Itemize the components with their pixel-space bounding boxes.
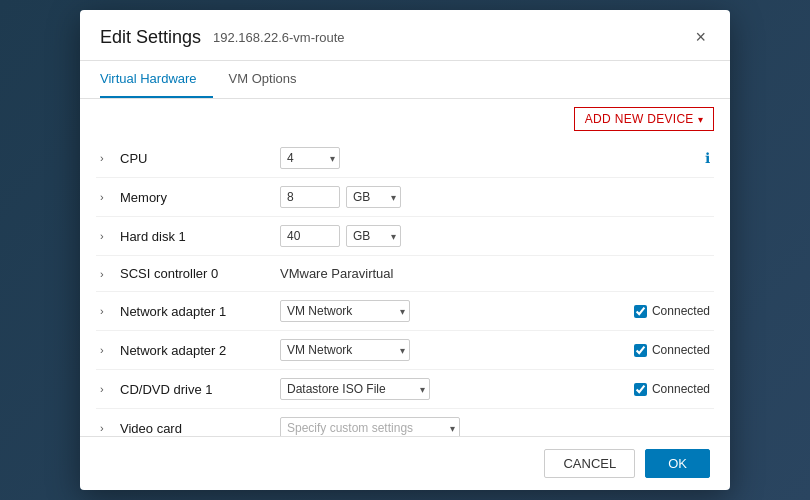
video-card-row: › Video card Specify custom settings bbox=[96, 409, 714, 436]
network-2-connected-wrap: Connected bbox=[634, 343, 710, 357]
cpu-extra: ℹ bbox=[705, 150, 710, 166]
network-1-connected-checkbox[interactable] bbox=[634, 305, 647, 318]
hard-disk-expander[interactable]: › bbox=[100, 230, 120, 242]
network-2-value-area: VM Network VMnet1 VMnet2 bbox=[280, 339, 634, 361]
memory-label: Memory bbox=[120, 190, 280, 205]
scsi-value: VMware Paravirtual bbox=[280, 266, 393, 281]
cdvd-label: CD/DVD drive 1 bbox=[120, 382, 280, 397]
network-1-row: › Network adapter 1 VM Network VMnet1 VM… bbox=[96, 292, 714, 331]
memory-row: › Memory GB MB bbox=[96, 178, 714, 217]
network-1-select-wrap: VM Network VMnet1 VMnet2 bbox=[280, 300, 410, 322]
modal-toolbar: ADD NEW DEVICE ▾ bbox=[80, 99, 730, 139]
network-2-select[interactable]: VM Network VMnet1 VMnet2 bbox=[280, 339, 410, 361]
network-2-row: › Network adapter 2 VM Network VMnet1 VM… bbox=[96, 331, 714, 370]
cpu-select[interactable]: 4 1 2 8 bbox=[280, 147, 340, 169]
cpu-label: CPU bbox=[120, 151, 280, 166]
add-new-device-button[interactable]: ADD NEW DEVICE ▾ bbox=[574, 107, 714, 131]
network-2-select-wrap: VM Network VMnet1 VMnet2 bbox=[280, 339, 410, 361]
scsi-expander[interactable]: › bbox=[100, 268, 120, 280]
cancel-button[interactable]: CANCEL bbox=[544, 449, 635, 478]
close-button[interactable]: × bbox=[691, 26, 710, 48]
memory-input[interactable] bbox=[280, 186, 340, 208]
network-1-connected-wrap: Connected bbox=[634, 304, 710, 318]
tab-vm-options[interactable]: VM Options bbox=[229, 61, 313, 98]
modal-title: Edit Settings bbox=[100, 27, 201, 48]
video-card-select[interactable]: Specify custom settings bbox=[280, 417, 460, 436]
modal-header: Edit Settings 192.168.22.6-vm-route × bbox=[80, 10, 730, 61]
video-card-value-area: Specify custom settings bbox=[280, 417, 710, 436]
video-card-expander[interactable]: › bbox=[100, 422, 120, 434]
ok-button[interactable]: OK bbox=[645, 449, 710, 478]
network-1-connected-label: Connected bbox=[652, 304, 710, 318]
memory-unit-select[interactable]: GB MB bbox=[346, 186, 401, 208]
cdvd-expander[interactable]: › bbox=[100, 383, 120, 395]
edit-settings-modal: Edit Settings 192.168.22.6-vm-route × Vi… bbox=[80, 10, 730, 490]
video-card-select-wrap: Specify custom settings bbox=[280, 417, 460, 436]
cdvd-row: › CD/DVD drive 1 Datastore ISO File Host… bbox=[96, 370, 714, 409]
cpu-select-wrap: 4 1 2 8 bbox=[280, 147, 340, 169]
network-1-select[interactable]: VM Network VMnet1 VMnet2 bbox=[280, 300, 410, 322]
scsi-row: › SCSI controller 0 VMware Paravirtual bbox=[96, 256, 714, 292]
memory-unit-wrap: GB MB bbox=[346, 186, 401, 208]
memory-value-area: GB MB bbox=[280, 186, 710, 208]
cdvd-select[interactable]: Datastore ISO File Host Device Client De… bbox=[280, 378, 430, 400]
cdvd-connected-wrap: Connected bbox=[634, 382, 710, 396]
cpu-expander[interactable]: › bbox=[100, 152, 120, 164]
hard-disk-unit-select[interactable]: GB MB bbox=[346, 225, 401, 247]
hard-disk-unit-wrap: GB MB bbox=[346, 225, 401, 247]
hard-disk-row: › Hard disk 1 GB MB bbox=[96, 217, 714, 256]
network-1-value-area: VM Network VMnet1 VMnet2 bbox=[280, 300, 634, 322]
network-2-label: Network adapter 2 bbox=[120, 343, 280, 358]
hard-disk-label: Hard disk 1 bbox=[120, 229, 280, 244]
cdvd-value-area: Datastore ISO File Host Device Client De… bbox=[280, 378, 634, 400]
tab-virtual-hardware[interactable]: Virtual Hardware bbox=[100, 61, 213, 98]
scsi-label: SCSI controller 0 bbox=[120, 266, 280, 281]
add-device-caret: ▾ bbox=[698, 114, 703, 125]
settings-body: › CPU 4 1 2 8 ℹ › Memory bbox=[80, 139, 730, 436]
network-2-connected-checkbox[interactable] bbox=[634, 344, 647, 357]
cpu-value-area: 4 1 2 8 bbox=[280, 147, 705, 169]
memory-expander[interactable]: › bbox=[100, 191, 120, 203]
scsi-value-area: VMware Paravirtual bbox=[280, 266, 710, 281]
network-2-connected-label: Connected bbox=[652, 343, 710, 357]
info-icon[interactable]: ℹ bbox=[705, 150, 710, 166]
modal-footer: CANCEL OK bbox=[80, 436, 730, 490]
network-2-expander[interactable]: › bbox=[100, 344, 120, 356]
video-card-label: Video card bbox=[120, 421, 280, 436]
hard-disk-value-area: GB MB bbox=[280, 225, 710, 247]
cdvd-select-wrap: Datastore ISO File Host Device Client De… bbox=[280, 378, 430, 400]
network-1-label: Network adapter 1 bbox=[120, 304, 280, 319]
modal-subtitle: 192.168.22.6-vm-route bbox=[213, 30, 691, 45]
cdvd-connected-checkbox[interactable] bbox=[634, 383, 647, 396]
network-1-expander[interactable]: › bbox=[100, 305, 120, 317]
cpu-row: › CPU 4 1 2 8 ℹ bbox=[96, 139, 714, 178]
tab-bar: Virtual Hardware VM Options bbox=[80, 61, 730, 99]
hard-disk-input[interactable] bbox=[280, 225, 340, 247]
cdvd-connected-label: Connected bbox=[652, 382, 710, 396]
